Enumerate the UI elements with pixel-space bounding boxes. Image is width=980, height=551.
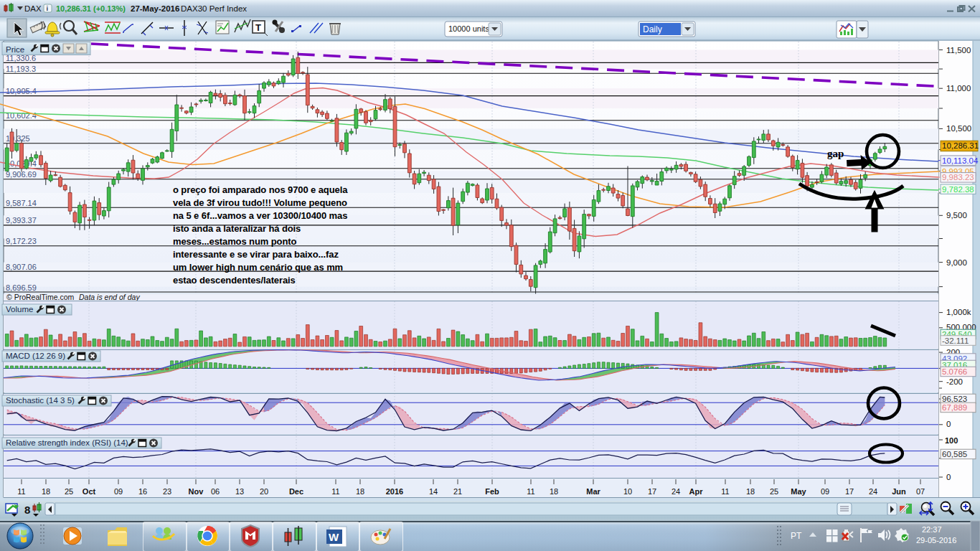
svg-text:29-05-2016: 29-05-2016: [916, 536, 956, 545]
svg-text:PT: PT: [791, 531, 802, 541]
svg-text:W: W: [329, 531, 339, 543]
svg-text:22:37: 22:37: [922, 525, 942, 534]
